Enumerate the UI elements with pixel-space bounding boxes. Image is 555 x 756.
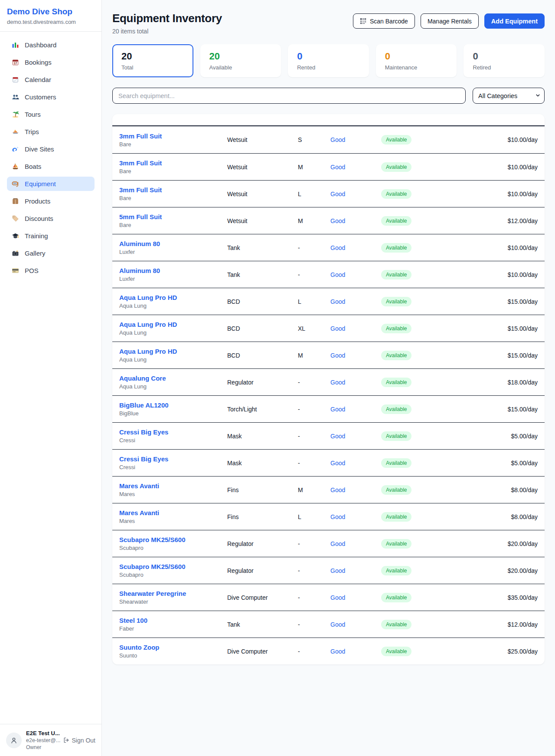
item-brand: Bare xyxy=(119,195,227,201)
status-cell: Available xyxy=(381,270,468,279)
table-row: BigBlue AL1200 BigBlue Torch/Light - Goo… xyxy=(112,395,545,422)
status-cell: Available xyxy=(381,458,468,468)
item-name-link[interactable]: BigBlue AL1200 xyxy=(119,401,169,409)
bookings-icon: 17 xyxy=(12,59,19,66)
item-cell: Aqualung Core Aqua Lung xyxy=(119,375,227,390)
category-cell: Dive Computer xyxy=(227,648,298,655)
table-row: Mares Avanti Mares Fins L Good Available… xyxy=(112,503,545,530)
table-row: Shearwater Peregrine Shearwater Dive Com… xyxy=(112,584,545,611)
pos-icon xyxy=(12,267,19,274)
item-name-link[interactable]: Aqualung Core xyxy=(119,375,166,382)
sidebar-item-tours[interactable]: Tours xyxy=(7,107,95,122)
sidebar-item-boats[interactable]: Boats xyxy=(7,159,95,174)
item-name-link[interactable]: Scubapro MK25/S600 xyxy=(119,563,186,570)
avatar xyxy=(6,733,22,748)
sidebar-item-bookings[interactable]: 17 Bookings xyxy=(7,55,95,69)
condition-cell: Good xyxy=(330,433,381,440)
status-cell: Available xyxy=(381,351,468,360)
item-cell: Aluminum 80 Luxfer xyxy=(119,240,227,255)
filters-row: All Categories xyxy=(112,88,545,104)
sidebar-item-dashboard[interactable]: Dashboard xyxy=(7,38,95,52)
sidebar-item-customers[interactable]: Customers xyxy=(7,90,95,104)
sidebar-item-equipment[interactable]: Equipment xyxy=(7,177,95,191)
item-cell: Aqua Lung Pro HD Aqua Lung xyxy=(119,294,227,309)
item-name-link[interactable]: Mares Avanti xyxy=(119,482,159,490)
status-cell: Available xyxy=(381,647,468,656)
condition-cell: Good xyxy=(330,217,381,224)
item-name-link[interactable]: 5mm Full Suit xyxy=(119,213,162,220)
item-name-link[interactable]: Cressi Big Eyes xyxy=(119,455,168,463)
item-name-link[interactable]: 3mm Full Suit xyxy=(119,159,162,167)
item-name-link[interactable]: Steel 100 xyxy=(119,617,147,624)
item-name-link[interactable]: 3mm Full Suit xyxy=(119,132,162,140)
sidebar-item-discounts[interactable]: Discounts xyxy=(7,211,95,226)
condition-cell: Good xyxy=(330,567,381,574)
equipment-icon xyxy=(12,180,19,187)
sidebar-item-label: Training xyxy=(25,232,48,240)
stat-card-maintenance[interactable]: 0 Maintenance xyxy=(376,44,457,77)
scan-barcode-button[interactable]: Scan Barcode xyxy=(353,13,415,29)
item-name-link[interactable]: Scubapro MK25/S600 xyxy=(119,536,186,543)
category-select[interactable]: All Categories xyxy=(473,88,545,104)
sidebar-nav: Dashboard 17 Bookings Calendar Customers… xyxy=(0,32,101,724)
stat-card-total[interactable]: 20 Total xyxy=(112,44,193,77)
rental-cell: $10.00/day xyxy=(468,191,538,197)
page-subtitle: 20 items total xyxy=(112,28,222,35)
item-name-link[interactable]: Aqua Lung Pro HD xyxy=(119,348,177,355)
size-cell: - xyxy=(298,271,330,278)
stat-card-retired[interactable]: 0 Retired xyxy=(464,44,545,77)
item-name-link[interactable]: Aqua Lung Pro HD xyxy=(119,321,177,328)
item-cell: BigBlue AL1200 BigBlue xyxy=(119,401,227,417)
sidebar-item-calendar[interactable]: Calendar xyxy=(7,72,95,87)
item-cell: Suunto Zoop Suunto xyxy=(119,644,227,659)
search-input[interactable] xyxy=(112,88,466,104)
item-cell: Steel 100 Faber xyxy=(119,617,227,632)
sidebar-item-dive-sites[interactable]: Dive Sites xyxy=(7,142,95,156)
products-icon xyxy=(12,197,19,205)
gallery-icon xyxy=(12,250,19,257)
item-brand: Luxfer xyxy=(119,276,227,282)
item-name-link[interactable]: Aqua Lung Pro HD xyxy=(119,294,177,301)
barcode-scan-icon xyxy=(360,18,366,24)
sidebar-item-gallery[interactable]: Gallery xyxy=(7,246,95,260)
condition-cell: Good xyxy=(330,406,381,413)
item-name-link[interactable]: Mares Avanti xyxy=(119,509,159,516)
item-name-link[interactable]: Aluminum 80 xyxy=(119,240,160,247)
table-row: 3mm Full Suit Bare Wetsuit L Good Availa… xyxy=(112,180,545,207)
tours-icon xyxy=(12,111,19,118)
table-row: 5mm Full Suit Bare Wetsuit M Good Availa… xyxy=(112,207,545,234)
item-name-link[interactable]: Cressi Big Eyes xyxy=(119,428,168,436)
column-header xyxy=(468,114,538,125)
category-cell: BCD xyxy=(227,298,298,305)
column-header xyxy=(298,114,330,125)
manage-rentals-button[interactable]: Manage Rentals xyxy=(421,13,479,29)
item-name-link[interactable]: Aluminum 80 xyxy=(119,267,160,274)
table-row: Aqualung Core Aqua Lung Regulator - Good… xyxy=(112,368,545,395)
item-brand: Mares xyxy=(119,491,227,497)
item-brand: Luxfer xyxy=(119,249,227,255)
sidebar-item-label: Dive Sites xyxy=(25,145,54,153)
rental-cell: $18.00/day xyxy=(468,379,538,386)
sidebar-item-pos[interactable]: POS xyxy=(7,263,95,278)
category-cell: Regulator xyxy=(227,379,298,386)
item-name-link[interactable]: Shearwater Peregrine xyxy=(119,590,186,597)
item-name-link[interactable]: 3mm Full Suit xyxy=(119,186,162,194)
item-name-link[interactable]: Suunto Zoop xyxy=(119,644,159,651)
brand-block: Demo Dive Shop demo.test.divestreams.com xyxy=(0,0,101,32)
svg-text:17: 17 xyxy=(14,62,17,65)
sidebar-item-label: Gallery xyxy=(25,250,46,257)
status-badge: Available xyxy=(381,378,411,387)
item-brand: Mares xyxy=(119,518,227,524)
sidebar-item-training[interactable]: Training xyxy=(7,229,95,243)
status-cell: Available xyxy=(381,539,468,549)
stat-card-available[interactable]: 20 Available xyxy=(200,44,281,77)
item-cell: Mares Avanti Mares xyxy=(119,482,227,497)
sidebar-item-trips[interactable]: Trips xyxy=(7,125,95,139)
add-equipment-button[interactable]: Add Equipment xyxy=(484,13,545,29)
sign-out-button[interactable]: Sign Out xyxy=(63,737,95,744)
stat-card-rented[interactable]: 0 Rented xyxy=(288,44,369,77)
user-info: E2E Test U... e2e-tester@... Owner xyxy=(26,730,60,750)
table-header-row xyxy=(112,114,545,126)
sidebar-item-products[interactable]: Products xyxy=(7,194,95,208)
scan-barcode-label: Scan Barcode xyxy=(370,18,408,25)
